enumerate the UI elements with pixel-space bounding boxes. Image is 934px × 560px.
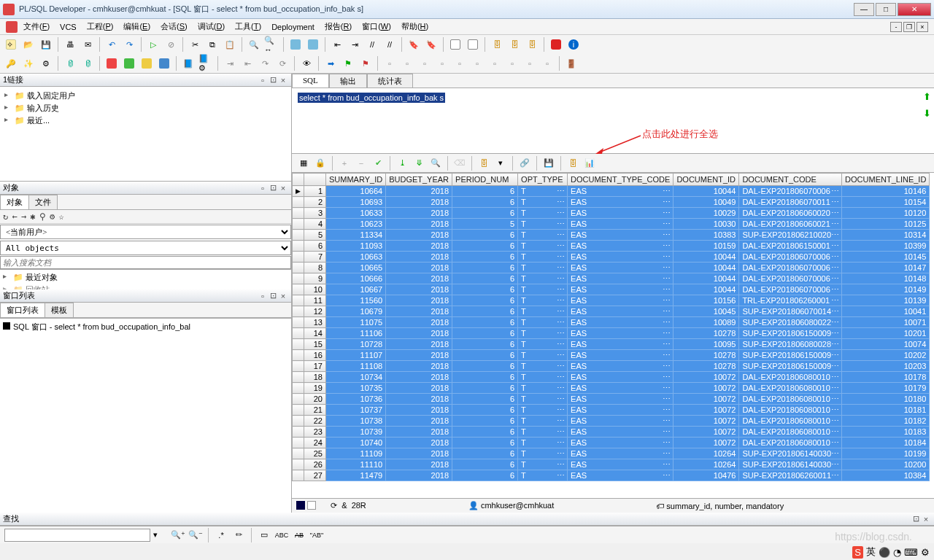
tree-recycle[interactable]: 回收站 [26, 285, 50, 289]
cell[interactable]: 10278 [674, 350, 739, 361]
print-button[interactable]: 🖶 [62, 36, 78, 52]
col-DOCUMENT_CODE[interactable]: DOCUMENT_CODE [739, 174, 842, 186]
tool-2[interactable] [305, 36, 321, 52]
find-next-button[interactable]: 🔍⁺ [171, 528, 185, 542]
save-button[interactable]: 💾 [38, 36, 54, 52]
col-OPT_TYPE[interactable]: OPT_TYPE [518, 174, 568, 186]
nav-up-icon[interactable]: ⬆ [923, 91, 931, 102]
cell[interactable]: 5 [452, 219, 518, 230]
mail-button[interactable]: ✉ [80, 36, 96, 52]
window-list-item[interactable]: SQL 窗口 - select * from bud_occupation_in… [13, 322, 190, 331]
cell[interactable]: SUP-EXP201806260011⋯ [739, 470, 842, 481]
panel-pin2-icon[interactable]: ⊡ [268, 75, 278, 85]
cell[interactable]: SUP-EXP201806080028⋯ [739, 339, 842, 350]
cell[interactable]: EAS⋯ [568, 361, 674, 372]
step-4[interactable]: ⟳ [274, 55, 290, 71]
cell[interactable]: 10154 [842, 197, 930, 208]
search-input[interactable] [0, 256, 291, 269]
cell[interactable]: T⋯ [518, 383, 568, 394]
cell[interactable]: 2018 [386, 262, 452, 273]
cell[interactable]: 6 [452, 416, 518, 427]
commit-button[interactable]: ✔ [371, 156, 385, 171]
tree-item[interactable]: 输入历史 [27, 104, 59, 112]
cell[interactable]: 2018 [386, 317, 452, 328]
cell[interactable]: SUP-EXP201806150009⋯ [739, 328, 842, 339]
cell[interactable]: 10072 [674, 372, 739, 383]
cell[interactable]: 2018 [386, 197, 452, 208]
drum-2[interactable]: 🛢 [80, 55, 96, 71]
cell[interactable]: T⋯ [518, 252, 568, 262]
mdi-minimize[interactable]: - [890, 22, 902, 32]
cell[interactable]: T⋯ [518, 361, 568, 372]
cell[interactable]: 2018 [386, 448, 452, 459]
cell[interactable]: 10045 [674, 306, 739, 317]
cell[interactable]: SUP-EXP201806080022⋯ [739, 317, 842, 328]
find-abc-button[interactable]: ABC [274, 528, 289, 542]
doc-green[interactable] [121, 55, 137, 71]
cell[interactable]: 10074 [842, 339, 930, 350]
find-pin-icon[interactable]: ⊡ [911, 514, 921, 524]
cell[interactable]: 2018 [386, 372, 452, 383]
cell[interactable]: T⋯ [518, 339, 568, 350]
new-button[interactable]: ✧ [3, 36, 19, 52]
bookmark-button[interactable]: 🔖 [406, 36, 422, 52]
cell[interactable]: 10149 [842, 284, 930, 295]
cell[interactable]: 10476 [674, 470, 739, 481]
menu-VCS[interactable]: VCS [55, 21, 81, 33]
replace-button[interactable]: 🔍↔ [263, 36, 279, 52]
cell[interactable]: T⋯ [518, 350, 568, 361]
cell[interactable]: 10159 [674, 241, 739, 252]
cell[interactable]: T⋯ [518, 241, 568, 252]
cell[interactable]: 10044 [674, 252, 739, 262]
db-3[interactable]: 🗄 [524, 36, 540, 52]
cell[interactable]: 10666 [326, 273, 386, 284]
chart-button[interactable]: 📊 [582, 156, 597, 171]
cell[interactable]: 6 [452, 262, 518, 273]
undo-button[interactable]: ↶ [104, 36, 120, 52]
minimize-button[interactable]: — [854, 3, 874, 16]
cell[interactable]: EAS⋯ [568, 197, 674, 208]
cell[interactable]: T⋯ [518, 230, 568, 241]
query-dropdown[interactable]: ▾ [493, 156, 508, 171]
cell[interactable]: 6 [452, 295, 518, 306]
cell[interactable]: DAL-EXP201806080010⋯ [739, 416, 842, 427]
indent-button[interactable]: ⇥ [347, 36, 363, 52]
cell[interactable]: 6 [452, 383, 518, 394]
cell[interactable]: T⋯ [518, 306, 568, 317]
cell[interactable]: 10183 [842, 427, 930, 438]
menu-编辑(E)[interactable]: 编辑(E) [119, 20, 155, 34]
panel-close-icon[interactable]: × [278, 292, 288, 300]
cell[interactable]: EAS⋯ [568, 219, 674, 230]
tab-template[interactable]: 模板 [45, 303, 74, 317]
mdi-close[interactable]: × [916, 22, 928, 32]
cell[interactable]: EAS⋯ [568, 273, 674, 284]
step-2[interactable]: ⇤ [239, 55, 255, 71]
cell[interactable]: 6 [452, 208, 518, 219]
cell[interactable]: 6 [452, 448, 518, 459]
cell[interactable]: 10693 [326, 197, 386, 208]
drum-1[interactable]: 🛢 [62, 55, 78, 71]
cell[interactable]: 10199 [842, 448, 930, 459]
cell[interactable]: 2018 [386, 219, 452, 230]
cell[interactable]: 11106 [326, 328, 386, 339]
exit-button[interactable]: 🚪 [563, 55, 579, 71]
cell[interactable]: EAS⋯ [568, 427, 674, 438]
cell[interactable]: 10029 [674, 208, 739, 219]
tray-icon[interactable]: ◔ [893, 547, 901, 558]
cell[interactable]: 2018 [386, 416, 452, 427]
cell[interactable]: 2018 [386, 208, 452, 219]
cell[interactable]: 10278 [674, 361, 739, 372]
cell[interactable]: 10664 [326, 186, 386, 197]
menu-帮助(H)[interactable]: 帮助(H) [397, 20, 433, 34]
cell[interactable]: DAL-EXP201806070006⋯ [739, 284, 842, 295]
tree-item[interactable]: 载入固定用户 [27, 91, 75, 100]
cell[interactable]: SUP-EXP201806150009⋯ [739, 361, 842, 372]
tray-icon[interactable]: ⌨ [904, 547, 918, 558]
find-highlight-button[interactable]: ✏ [231, 528, 246, 542]
cell[interactable]: T⋯ [518, 427, 568, 438]
window-2[interactable] [465, 36, 481, 52]
menu-工程(P)[interactable]: 工程(P) [82, 20, 118, 34]
find-prev-button[interactable]: 🔍⁻ [188, 528, 203, 542]
panel-close-icon[interactable]: × [278, 76, 288, 85]
cell[interactable]: DAL-EXP201806070006⋯ [739, 273, 842, 284]
